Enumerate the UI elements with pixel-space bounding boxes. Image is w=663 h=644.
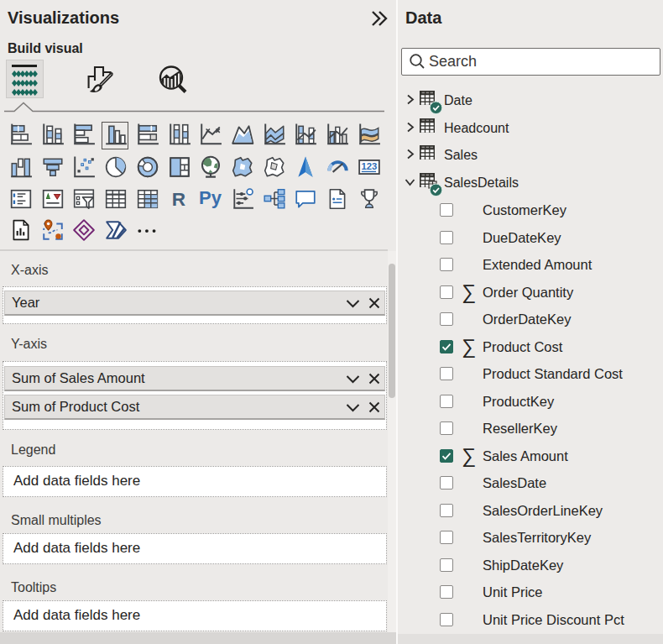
svg-text:Py: Py — [199, 187, 222, 208]
svg-text:123: 123 — [362, 161, 378, 171]
svg-text:R: R — [172, 189, 185, 210]
